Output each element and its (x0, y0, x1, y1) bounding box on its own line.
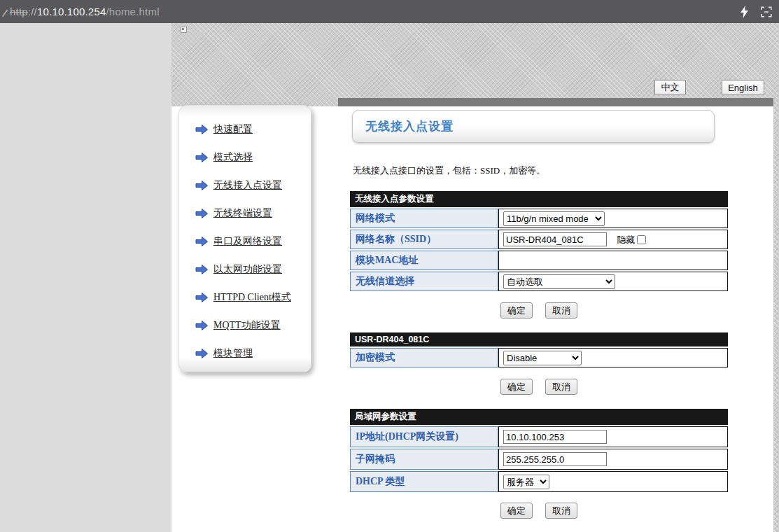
page-description: 无线接入点接口的设置，包括：SSID，加密等。 (353, 164, 734, 177)
sidebar-item-httpd-client[interactable]: HTTPD Client模式 (179, 284, 311, 312)
hide-ssid-label: 隐藏 (617, 234, 635, 245)
table-row: 加密模式 Disable (350, 348, 728, 368)
arrow-icon (195, 292, 209, 303)
main-white-area: 快速配置 模式选择 无线接入点设置 无线终端设置 串口及网络设置 以太网功能设置 (171, 106, 773, 532)
fullscreen-icon[interactable] (761, 6, 772, 18)
arrow-icon (195, 348, 209, 359)
language-chinese-button[interactable]: 中文 (654, 80, 686, 95)
hide-ssid-checkbox[interactable] (637, 235, 646, 244)
sidebar-item-label[interactable]: 快速配置 (213, 123, 253, 136)
field-label: 子网掩码 (350, 449, 498, 470)
ap-params-actions: 确定 取消 (350, 302, 728, 318)
content-top-bar (338, 98, 773, 106)
table-row: 模块MAC地址 (350, 251, 728, 270)
sidebar-item-module-management[interactable]: 模块管理 (179, 340, 311, 368)
broken-image-icon (181, 27, 187, 33)
page-content-area: 中文 English 快速配置 模式选择 无线接入点设置 无线终端设置 (171, 23, 779, 532)
sidebar-item-label[interactable]: 模式选择 (213, 151, 253, 164)
arrow-icon (195, 152, 209, 163)
url-scheme: http (10, 6, 28, 18)
sidebar-item-label[interactable]: HTTPD Client模式 (213, 291, 291, 304)
sidebar-item-label[interactable]: MQTT功能设置 (213, 319, 281, 332)
sidebar-item-serial-network[interactable]: 串口及网络设置 (179, 227, 311, 255)
page-left-gutter (0, 23, 171, 532)
lightning-icon[interactable] (739, 6, 750, 18)
table-row: DHCP 类型 服务器 (350, 471, 728, 492)
arrow-icon (195, 124, 209, 135)
ap-params-table: 无线接入点参数设置 网络模式 11b/g/n mixed mode 网络名称（S… (350, 190, 728, 293)
arrow-icon (195, 320, 209, 331)
ssid-input[interactable] (503, 232, 607, 246)
encryption-actions: 确定 取消 (350, 379, 728, 395)
encryption-table: USR-DR404_081C 加密模式 Disable (350, 331, 728, 369)
table-row: 网络名称（SSID） 隐藏 (350, 230, 728, 249)
sidebar-item-label[interactable]: 无线终端设置 (213, 207, 272, 220)
sidebar-menu: 快速配置 模式选择 无线接入点设置 无线终端设置 串口及网络设置 以太网功能设置 (178, 105, 311, 372)
page-title-panel: 无线接入点设置 (352, 110, 715, 143)
arrow-icon (195, 208, 209, 219)
ip-address-input[interactable] (503, 430, 607, 444)
field-label: 网络名称（SSID） (350, 230, 498, 249)
mac-address-value (498, 251, 728, 270)
network-mode-select[interactable]: 11b/g/n mixed mode (503, 211, 605, 226)
sidebar-item-label[interactable]: 模块管理 (213, 347, 253, 360)
browser-address-bar: http://10.10.100.254/home.html (0, 0, 779, 23)
table-row: 网络模式 11b/g/n mixed mode (350, 209, 728, 228)
sidebar-item-label[interactable]: 串口及网络设置 (213, 235, 282, 248)
sidebar-item-quick-config[interactable]: 快速配置 (179, 115, 311, 144)
arrow-icon (195, 180, 209, 191)
table-row: IP地址(DHCP网关设置) (350, 426, 728, 447)
language-english-button[interactable]: English (722, 80, 764, 95)
ok-button[interactable]: 确定 (500, 379, 533, 395)
field-label: 模块MAC地址 (350, 251, 498, 270)
subnet-mask-input[interactable] (503, 452, 607, 466)
sidebar-item-mode-select[interactable]: 模式选择 (179, 144, 311, 172)
sidebar-item-label[interactable]: 以太网功能设置 (213, 263, 282, 276)
url-path: /home.html (106, 6, 159, 18)
url-host: 10.10.100.254 (37, 6, 106, 18)
table-section-header: 无线接入点参数设置 (350, 191, 728, 207)
settings-column: 无线接入点设置 无线接入点接口的设置，包括：SSID，加密等。 无线接入点参数设… (350, 106, 734, 519)
encryption-mode-select[interactable]: Disable (503, 351, 582, 365)
url-separator: :// (28, 6, 37, 18)
cancel-button[interactable]: 取消 (545, 503, 577, 519)
url-text[interactable]: http://10.10.100.254/home.html (10, 6, 160, 18)
sidebar-item-wireless-sta[interactable]: 无线终端设置 (179, 200, 311, 227)
wireless-channel-select[interactable]: 自动选取 (503, 274, 615, 289)
field-label: 加密模式 (350, 348, 498, 368)
sidebar-item-wireless-ap[interactable]: 无线接入点设置 (179, 172, 311, 200)
arrow-icon (195, 264, 209, 275)
dhcp-type-select[interactable]: 服务器 (503, 475, 549, 489)
site-info-icon[interactable] (0, 6, 8, 18)
table-section-header: USR-DR404_081C (350, 332, 728, 346)
cancel-button[interactable]: 取消 (545, 379, 577, 395)
table-section-header: 局域网参数设置 (350, 409, 728, 425)
sidebar-item-ethernet[interactable]: 以太网功能设置 (179, 255, 311, 284)
field-label: 无线信道选择 (350, 272, 498, 291)
arrow-icon (195, 236, 209, 247)
ok-button[interactable]: 确定 (500, 302, 533, 318)
cancel-button[interactable]: 取消 (545, 302, 577, 318)
lan-params-table: 局域网参数设置 IP地址(DHCP网关设置) 子网掩码 DHCP 类型 (350, 407, 728, 493)
sidebar-item-label[interactable]: 无线接入点设置 (213, 179, 282, 192)
field-label: DHCP 类型 (350, 471, 498, 492)
ok-button[interactable]: 确定 (500, 503, 533, 519)
table-row: 子网掩码 (350, 449, 728, 470)
field-label: 网络模式 (350, 209, 498, 228)
lan-params-actions: 确定 取消 (350, 503, 728, 519)
sidebar-item-mqtt[interactable]: MQTT功能设置 (179, 312, 311, 340)
table-row: 无线信道选择 自动选取 (350, 272, 728, 291)
field-label: IP地址(DHCP网关设置) (350, 426, 498, 447)
page-title: 无线接入点设置 (365, 118, 454, 134)
